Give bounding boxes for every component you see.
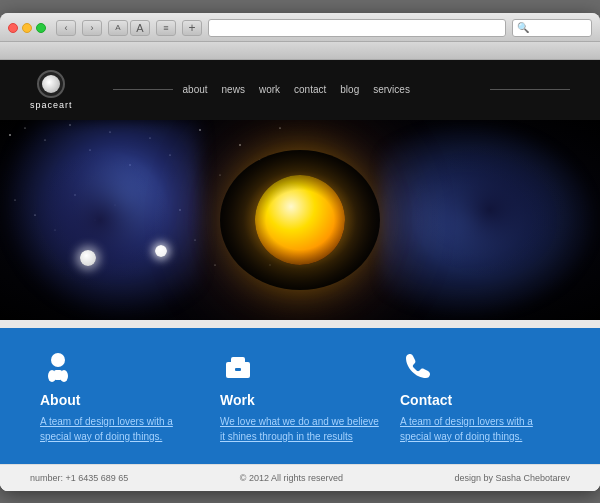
- dark-cloud: [220, 150, 380, 290]
- features-section: About A team of design lovers with a spe…: [0, 328, 600, 464]
- logo-text: spaceart: [30, 100, 73, 110]
- svg-point-51: [51, 353, 65, 367]
- planet-white: [155, 245, 167, 257]
- website-content: spaceart about news work contact blog se…: [0, 60, 600, 491]
- search-icon: 🔍: [517, 22, 529, 33]
- feature-contact: Contact A team of design lovers with a s…: [390, 348, 570, 444]
- svg-point-10: [220, 174, 221, 175]
- svg-rect-58: [235, 368, 241, 371]
- svg-point-42: [214, 264, 215, 265]
- nebula-right-dark: [400, 130, 580, 290]
- traffic-lights: [8, 23, 46, 33]
- contact-title: Contact: [400, 392, 560, 408]
- browser-window: ‹ › A A ≡ + 🔍 spaceart about news work: [0, 13, 600, 491]
- divider-bar: [0, 320, 600, 328]
- maximize-button[interactable]: [36, 23, 46, 33]
- briefcase-icon: [220, 348, 256, 384]
- logo-area: spaceart: [30, 70, 73, 110]
- text-size-a-small[interactable]: A: [108, 20, 128, 36]
- nav-line-right: [490, 89, 570, 90]
- nav-blog[interactable]: blog: [340, 84, 359, 95]
- nav-line-left: [113, 89, 173, 90]
- nav-news[interactable]: news: [222, 84, 245, 95]
- footer-copyright: © 2012 All rights reserved: [240, 473, 343, 483]
- work-link[interactable]: We love what we do and we believe it shi…: [220, 414, 380, 444]
- nav-services[interactable]: services: [373, 84, 410, 95]
- minimize-button[interactable]: [22, 23, 32, 33]
- svg-point-11: [239, 144, 241, 146]
- back-button[interactable]: ‹: [56, 20, 76, 36]
- add-tab-button[interactable]: +: [182, 20, 202, 36]
- nebula-left-dark: [20, 140, 180, 300]
- svg-point-13: [279, 127, 280, 128]
- nav-about[interactable]: about: [183, 84, 208, 95]
- hero-section: [0, 120, 600, 320]
- nav-contact[interactable]: contact: [294, 84, 326, 95]
- browser-titlebar: ‹ › A A ≡ + 🔍: [0, 13, 600, 42]
- feature-about: About A team of design lovers with a spe…: [30, 348, 210, 444]
- site-nav: about news work contact blog services: [183, 84, 480, 95]
- text-size-a-large[interactable]: A: [130, 20, 150, 36]
- about-title: About: [40, 392, 200, 408]
- svg-rect-54: [54, 370, 62, 380]
- forward-button[interactable]: ›: [82, 20, 102, 36]
- footer-design: design by Sasha Chebotarev: [454, 473, 570, 483]
- work-title: Work: [220, 392, 380, 408]
- reader-button[interactable]: ≡: [156, 20, 176, 36]
- planet-small-left: [80, 250, 96, 266]
- contact-link[interactable]: A team of design lovers with a special w…: [400, 414, 560, 444]
- feature-work: Work We love what we do and we believe i…: [210, 348, 390, 444]
- person-icon: [40, 348, 76, 384]
- site-header: spaceart about news work contact blog se…: [0, 60, 600, 120]
- phone-icon: [400, 348, 436, 384]
- search-bar[interactable]: 🔍: [512, 19, 592, 37]
- close-button[interactable]: [8, 23, 18, 33]
- nav-work[interactable]: work: [259, 84, 280, 95]
- footer-phone: number: +1 6435 689 65: [30, 473, 128, 483]
- site-footer: number: +1 6435 689 65 © 2012 All rights…: [0, 464, 600, 491]
- browser-toolbar2: [0, 42, 600, 60]
- address-bar[interactable]: [208, 19, 506, 37]
- about-link[interactable]: A team of design lovers with a special w…: [40, 414, 200, 444]
- svg-rect-57: [232, 358, 244, 362]
- logo-icon: [37, 70, 65, 98]
